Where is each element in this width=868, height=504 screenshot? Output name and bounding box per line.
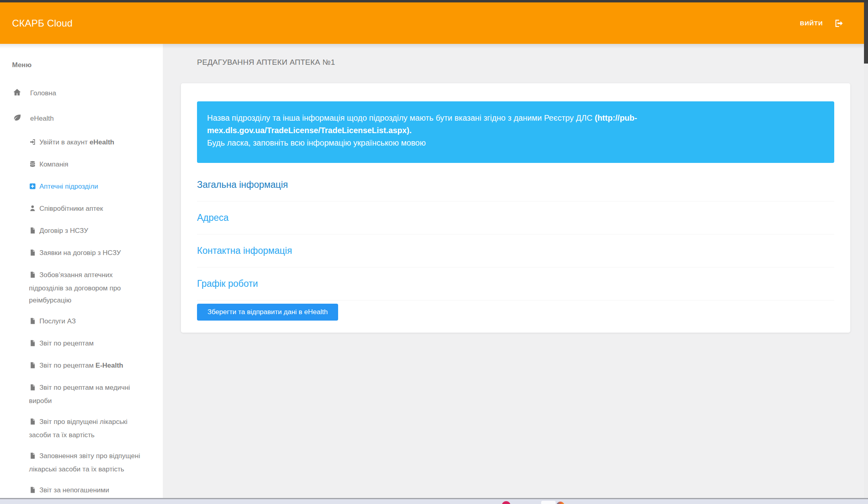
section-link[interactable]: Загальна інформація [197, 179, 288, 191]
section-row: Адреса [197, 202, 834, 235]
plus-square-icon [29, 182, 39, 194]
page-title: РЕДАГУВАННЯ АПТЕКИ АПТЕКА №1 [197, 57, 850, 68]
file-icon [29, 417, 39, 429]
app-brand[interactable]: СКАРБ Cloud [12, 18, 73, 29]
leaf-icon [13, 113, 30, 126]
sidebar-item[interactable]: Заповнення звіту про відпущені лікарські… [0, 446, 163, 480]
sidebar-item[interactable]: Звіт по рецептам на медичні вироби [0, 377, 163, 411]
file-icon [29, 248, 39, 260]
database-icon [29, 160, 39, 172]
logout-button[interactable]: ВИЙТИ [800, 19, 844, 28]
section-list: Загальна інформаціяАдресаКонтактна інфор… [197, 169, 834, 300]
page-scrollbar[interactable] [864, 2, 868, 498]
section-row: Загальна інформація [197, 169, 834, 202]
sidebar-item[interactable]: Звіт по рецептам [0, 333, 163, 355]
sidebar-item[interactable]: Договір з НСЗУ [0, 220, 163, 243]
taskbar-app-tile[interactable] [541, 501, 556, 504]
sidebar-item[interactable]: Звіт по рецептам E-Health [0, 355, 163, 377]
sidebar-item[interactable]: Зобов’язання аптечних підрозділів за дог… [0, 265, 163, 311]
sidebar-item-label: eHealth [30, 115, 54, 122]
scrollbar-thumb[interactable] [864, 2, 868, 64]
sidebar-item-label: Аптечні підрозділи [39, 183, 98, 190]
sidebar-item-label: Головна [30, 89, 56, 97]
file-icon [29, 383, 39, 395]
sidebar: Меню ГоловнаeHealthУвійти в акаунт eHeal… [0, 44, 163, 498]
app-header: СКАРБ Cloud ВИЙТИ [0, 2, 864, 44]
sidebar-item[interactable]: eHealth [0, 107, 163, 132]
logout-label: ВИЙТИ [800, 20, 823, 27]
banner-line-1: Назва підрозділу та інша інформація щодо… [207, 112, 823, 137]
sidebar-item-label: Послуги АЗ [39, 317, 76, 325]
file-icon [29, 485, 39, 498]
sidebar-item-label: Звіт за непогашеними рецептами (новий) [29, 486, 109, 498]
taskbar [0, 498, 868, 504]
screen: СКАРБ Cloud ВИЙТИ Меню ГоловнаeHealthУві… [0, 0, 868, 504]
file-icon [29, 451, 39, 463]
file-icon [29, 226, 39, 238]
info-banner: Назва підрозділу та інша інформація щодо… [197, 101, 834, 163]
sidebar-item[interactable]: Увійти в акаунт eHealth [0, 132, 163, 154]
sidebar-item[interactable]: Звіт про відпущені лікарські засоби та ї… [0, 411, 163, 446]
sidebar-item-label: Компанія [39, 160, 68, 168]
sidebar-item[interactable]: Головна [0, 81, 163, 107]
section-link[interactable]: Контактна інформація [197, 245, 292, 257]
sidebar-item[interactable]: Компанія [0, 154, 163, 176]
sidebar-item-label: Звіт по рецептам [39, 339, 94, 347]
banner-line-2: Будь ласка, заповніть всю інформацію укр… [207, 137, 823, 149]
sidebar-menu: ГоловнаeHealthУвійти в акаунт eHealthКом… [0, 81, 163, 498]
file-icon [29, 339, 39, 351]
home-icon [13, 88, 30, 101]
sidebar-item[interactable]: Співробітники аптек [0, 198, 163, 220]
sidebar-item-label: Увійти в акаунт eHealth [39, 138, 114, 146]
pharmacist-icon [29, 204, 39, 216]
section-row: Графік роботи [197, 267, 834, 300]
sidebar-menu-title: Меню [12, 61, 163, 69]
sidebar-item-label: Звіт по рецептам E-Health [39, 362, 123, 369]
file-icon [29, 317, 39, 329]
window-top-edge [0, 0, 868, 2]
sign-out-icon [834, 19, 844, 28]
taskbar-app-icon-colorful[interactable] [556, 502, 564, 504]
sidebar-item-label: Зобов’язання аптечних підрозділів за дог… [29, 271, 121, 304]
sidebar-item[interactable]: Заявки на договір з НСЗУ [0, 243, 163, 265]
browser-viewport: СКАРБ Cloud ВИЙТИ Меню ГоловнаeHealthУві… [0, 2, 864, 498]
section-link[interactable]: Графік роботи [197, 278, 258, 290]
sign-in-icon [29, 138, 39, 150]
sidebar-item-label: Співробітники аптек [39, 205, 103, 212]
file-icon [29, 361, 39, 373]
sidebar-item-label: Звіт про відпущені лікарські засоби та ї… [29, 418, 127, 439]
sidebar-item-label: Звіт по рецептам на медичні вироби [29, 384, 130, 405]
sidebar-item[interactable]: Послуги АЗ [0, 311, 163, 333]
sidebar-item-label: Договір з НСЗУ [39, 227, 88, 235]
sidebar-item[interactable]: Аптечні підрозділи [0, 176, 163, 198]
sidebar-item-label: Заповнення звіту про відпущені лікарські… [29, 452, 140, 473]
banner-text: Назва підрозділу та інша інформація щодо… [207, 113, 595, 122]
sidebar-item[interactable]: Звіт за непогашеними рецептами (новий) [0, 480, 163, 498]
pharmacy-edit-card: Назва підрозділу та інша інформація щодо… [181, 83, 850, 333]
section-link[interactable]: Адреса [197, 212, 229, 224]
file-icon [29, 270, 39, 282]
taskbar-app-icon-red[interactable] [502, 501, 511, 504]
content-area: РЕДАГУВАННЯ АПТЕКИ АПТЕКА №1 Назва підро… [163, 44, 864, 498]
section-row: Контактна інформація [197, 235, 834, 267]
sidebar-item-label: Заявки на договір з НСЗУ [39, 249, 121, 257]
save-button[interactable]: Зберегти та відправити дані в eHealth [197, 304, 338, 321]
body-row: Меню ГоловнаeHealthУвійти в акаунт eHeal… [0, 44, 864, 498]
